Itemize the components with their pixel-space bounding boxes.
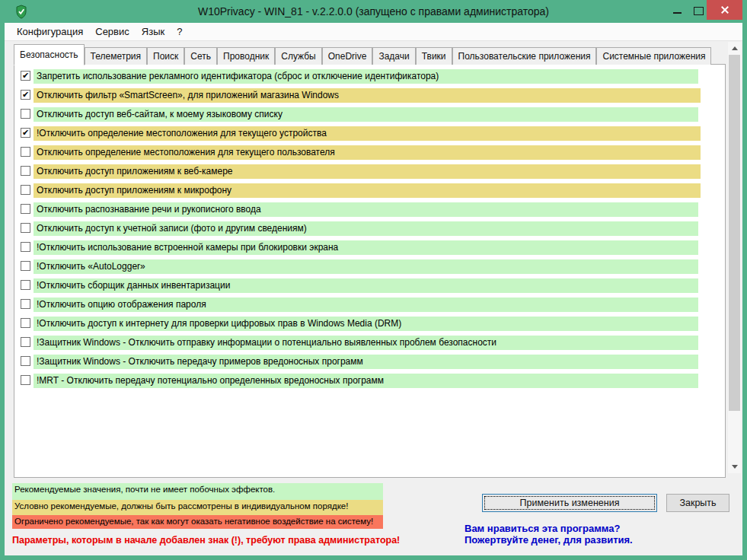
setting-row: ✔Отключить фильтр «SmartScreen», для при… [14,88,725,103]
apply-changes-button[interactable]: Применить изменения [482,494,657,512]
setting-row: Отключить распознавание речи и рукописно… [14,202,725,217]
checkbox-unchecked[interactable] [21,166,30,176]
setting-row: Отключить доступ приложениям к микрофону [14,183,725,198]
setting-label[interactable]: !Отключить использование встроенной каме… [34,240,698,255]
checkbox-unchecked[interactable] [21,223,30,233]
scroll-up-button[interactable] [728,42,741,55]
settings-list: ✔Запретить использование рекламного иден… [14,64,726,478]
title-bar[interactable]: W10Privacy - WIN_81 - v.2.2.0.0 (запущен… [0,0,747,23]
chevron-down-icon [732,465,738,469]
checkbox-unchecked[interactable] [21,318,30,328]
maximize-icon [694,7,704,15]
setting-label[interactable]: !Отключить опцию отображения пароля [34,298,698,312]
setting-label[interactable]: Отключить доступ приложениям к веб-камер… [34,164,701,179]
setting-row: !Отключить доступ к интернету для провер… [14,317,725,331]
donate-message: Вам нравиться эта программа? Пожертвуйте… [464,523,633,546]
tab-system-apps[interactable]: Системные приложения [596,47,711,65]
setting-label[interactable]: Отключить доступ к учетной записи (фото … [34,221,698,236]
setting-label[interactable]: Отключить определение местоположения для… [34,145,701,160]
setting-row: Отключить доступ к учетной записи (фото … [14,221,725,236]
window-title: W10Privacy - WIN_81 - v.2.2.0.0 (запущен… [0,0,747,23]
close-button[interactable] [707,0,742,20]
setting-label[interactable]: !Отключить определение местоположения дл… [34,126,701,141]
menu-item-service[interactable]: Сервис [89,23,136,41]
checkbox-unchecked[interactable] [21,280,30,290]
setting-row: ✔Запретить использование рекламного иден… [14,69,725,84]
menu-item-language[interactable]: Язык [136,23,171,41]
setting-row: !MRT - Отключить передачу потенциально о… [14,374,725,388]
legend-item: Ограничено рекомендуемые, так как могут … [12,515,383,529]
setting-row: ✔!Отключить определение местоположения д… [14,126,725,141]
donate-line-2: Пожертвуйте денег, для развития. [464,534,633,546]
menu-item-help[interactable]: ? [171,23,188,41]
setting-label[interactable]: Отключить доступ веб-сайтам, к моему язы… [34,107,698,122]
checkbox-unchecked[interactable] [21,356,30,366]
setting-label[interactable]: !MRT - Отключить передачу потенциально о… [34,374,698,388]
checkbox-unchecked[interactable] [21,185,30,195]
setting-label[interactable]: Отключить фильтр «SmartScreen», для прил… [34,88,701,103]
setting-row: !Отключить опцию отображения пароля [14,298,725,312]
setting-label[interactable]: !Отключить «AutoLogger» [34,259,698,274]
checkbox-checked[interactable]: ✔ [21,90,30,100]
legend-item: Условно рекомендуемые, должны быть рассм… [12,500,383,515]
setting-label[interactable]: Отключить доступ приложениям к микрофону [34,183,701,198]
tab-explorer[interactable]: Проводник [217,47,275,65]
legend-item: Рекомендуемые значения, почти не имеет п… [12,483,383,500]
checkbox-unchecked[interactable] [21,242,30,252]
tab-tasks[interactable]: Задачи [372,47,415,65]
setting-row: !Отключить сборщик данных инвентаризации [14,278,725,293]
menu-bar: КонфигурацияСервисЯзык? [5,23,742,41]
checkbox-unchecked[interactable] [21,261,30,271]
app-window: W10Privacy - WIN_81 - v.2.2.0.0 (запущен… [0,0,747,560]
close-dialog-button[interactable]: Закрыть [666,494,729,512]
setting-label[interactable]: !Защитник Windows - Отключить отправку и… [34,336,698,350]
setting-label[interactable]: !Отключить сборщик данных инвентаризации [34,278,698,293]
setting-row: Отключить доступ веб-сайтам, к моему язы… [14,107,725,122]
close-icon [720,5,729,14]
minimize-icon [673,12,682,14]
donate-line-1: Вам нравиться эта программа? [464,523,633,534]
setting-row: !Отключить «AutoLogger» [14,259,725,274]
minimize-button[interactable] [667,0,687,20]
checkbox-checked[interactable]: ✔ [21,128,30,138]
tab-tweaks[interactable]: Твики [416,47,452,65]
setting-label[interactable]: Отключить распознавание речи и рукописно… [34,202,698,217]
tab-telemetry[interactable]: Телеметрия [85,47,148,65]
checkbox-unchecked[interactable] [21,147,30,157]
setting-row: !Защитник Windows - Отключить отправку и… [14,336,725,350]
setting-row: !Защитник Windows - Отключить передачу п… [14,355,725,369]
menu-item-configuration[interactable]: Конфигурация [11,23,89,41]
setting-label[interactable]: !Защитник Windows - Отключить передачу п… [34,355,698,369]
setting-label[interactable]: Запретить использование рекламного идент… [34,69,698,84]
setting-label[interactable]: !Отключить доступ к интернету для провер… [34,317,698,331]
tab-onedrive[interactable]: OneDrive [322,47,373,65]
checkbox-checked[interactable]: ✔ [21,71,30,81]
setting-row: !Отключить использование встроенной каме… [14,240,725,255]
chevron-up-icon [732,46,738,50]
admin-note: Параметры, которым в начале добавлен зна… [12,535,400,546]
tab-search[interactable]: Поиск [147,47,184,65]
maximize-button[interactable] [688,0,708,20]
checkbox-unchecked[interactable] [21,375,30,385]
tab-strip: БезопасностьТелеметрияПоискСетьПроводник… [14,44,711,65]
tab-security[interactable]: Безопасность [14,44,85,65]
checkbox-unchecked[interactable] [21,204,30,214]
checkbox-unchecked[interactable] [21,299,30,309]
tab-user-apps[interactable]: Пользовательские приложения [452,47,597,65]
scroll-down-button[interactable] [728,460,741,473]
setting-row: Отключить определение местоположения для… [14,145,725,160]
tab-services[interactable]: Службы [275,47,321,65]
scrollbar-thumb[interactable] [729,55,740,411]
checkbox-unchecked[interactable] [21,337,30,347]
checkbox-unchecked[interactable] [21,109,30,119]
setting-row: Отключить доступ приложениям к веб-камер… [14,164,725,179]
vertical-scrollbar[interactable] [728,42,741,473]
tab-network[interactable]: Сеть [184,47,217,65]
